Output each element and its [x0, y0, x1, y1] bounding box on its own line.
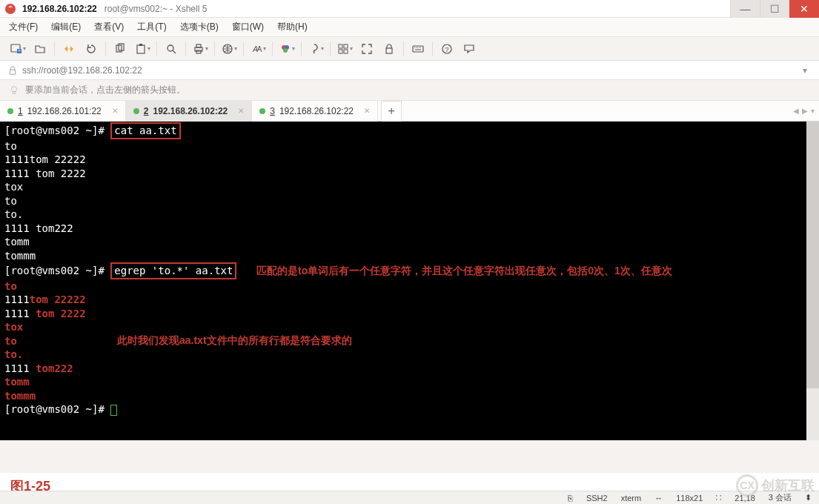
layout-button[interactable]: ▾ — [334, 40, 355, 58]
svg-point-16 — [283, 48, 288, 53]
status-pos-icon: ⸬ — [716, 493, 721, 503]
globe-button[interactable]: ▾ — [219, 40, 239, 58]
svg-point-26 — [12, 86, 17, 91]
terminal-line: to — [4, 279, 815, 294]
status-dot-icon — [259, 108, 265, 114]
menu-window[interactable]: 窗口(W) — [231, 19, 265, 35]
menu-view[interactable]: 查看(V) — [93, 19, 125, 35]
minimize-button[interactable]: — — [730, 0, 760, 18]
watermark-text: 创新互联 — [761, 477, 815, 494]
terminal-line: 1111tom 22222 — [4, 153, 815, 167]
open-button[interactable] — [30, 40, 50, 58]
window-title-host: 192.168.26.102:22 — [22, 4, 97, 14]
tab-scroll[interactable]: ◀▶▾ — [793, 107, 815, 115]
watermark-logo-icon: CX — [736, 474, 758, 497]
close-button[interactable]: ✕ — [789, 0, 819, 18]
new-session-button[interactable]: +▾ — [7, 40, 28, 58]
terminal-line: to — [4, 139, 815, 153]
window-title-sub: root@vms002:~ - Xshell 5 — [105, 4, 208, 14]
terminal-line: 1111 tom222 — [4, 362, 815, 376]
terminal-line: tommm — [4, 389, 815, 403]
info-text: 要添加当前会话，点击左侧的箭头按钮。 — [25, 84, 185, 96]
fullscreen-button[interactable] — [357, 40, 377, 58]
tab-1[interactable]: 1 192.168.26.101:22 ✕ — [0, 101, 126, 122]
lock-icon — [7, 65, 18, 76]
lock-button[interactable] — [379, 40, 399, 58]
terminal-line: 1111 tom222 — [4, 222, 815, 236]
svg-rect-21 — [386, 48, 392, 53]
svg-rect-7 — [139, 44, 142, 46]
separator — [54, 42, 55, 56]
scrollbar-thumb[interactable] — [806, 122, 819, 388]
window-controls: — ☐ ✕ — [730, 0, 819, 18]
separator — [301, 42, 302, 56]
color-button[interactable]: ▾ — [276, 40, 297, 58]
menu-help[interactable]: 帮助(H) — [276, 19, 309, 35]
svg-rect-17 — [339, 44, 342, 48]
forum-button[interactable] — [459, 40, 480, 58]
tab-label: 192.168.26.102:22 — [279, 106, 354, 116]
separator — [105, 42, 106, 56]
disconnect-button[interactable] — [59, 40, 79, 58]
tab-2[interactable]: 2 192.168.26.102:22 ✕ — [126, 101, 252, 122]
separator — [156, 42, 157, 56]
tab-close-icon[interactable]: ✕ — [238, 107, 244, 115]
copy-button[interactable] — [110, 40, 130, 58]
separator — [243, 42, 244, 56]
tab-label: 192.168.26.102:22 — [153, 106, 228, 116]
status-ssh-icon: ⎘ — [568, 494, 573, 503]
separator — [272, 42, 273, 56]
footer-blank — [0, 473, 819, 492]
terminal-line: tommm — [4, 249, 815, 263]
tab-number: 1 — [18, 106, 23, 116]
help-button[interactable]: ? — [437, 40, 457, 58]
terminal-line: to. — [4, 348, 815, 362]
paste-button[interactable]: ▾ — [132, 40, 153, 58]
annotation-2: 此时我们发现aa.txt文件中的所有行都是符合要求的 — [117, 334, 352, 348]
terminal-line: to — [4, 194, 815, 208]
prompt: [root@vms002 ~]# — [4, 403, 110, 415]
separator — [185, 42, 186, 56]
title-bar: 192.168.26.102:22 root@vms002:~ - Xshell… — [0, 0, 819, 18]
status-size-icon: ↔ — [654, 494, 663, 503]
tab-number: 2 — [144, 106, 149, 116]
print-button[interactable]: ▾ — [190, 40, 210, 58]
svg-rect-20 — [344, 50, 348, 53]
status-dot-icon — [133, 108, 139, 114]
separator — [432, 42, 433, 56]
script-button[interactable]: ▾ — [305, 40, 326, 58]
svg-text:A: A — [252, 44, 258, 53]
tab-close-icon[interactable]: ✕ — [364, 107, 370, 115]
terminal-line: to. — [4, 208, 815, 222]
menu-tabs[interactable]: 选项卡(B) — [179, 19, 220, 35]
terminal[interactable]: [root@vms002 ~]# cat aa.txt to1111tom 22… — [0, 122, 819, 440]
status-dot-icon — [7, 108, 13, 114]
terminal-line: tox — [4, 180, 815, 194]
terminal-line: 1111 tom 2222 — [4, 307, 815, 321]
cursor — [110, 405, 117, 416]
menu-bar: 文件(F) 编辑(E) 查看(V) 工具(T) 选项卡(B) 窗口(W) 帮助(… — [0, 18, 819, 37]
terminal-line: tox — [4, 320, 815, 334]
tab-bar: 1 192.168.26.101:22 ✕ 2 192.168.26.102:2… — [0, 101, 819, 122]
svg-rect-10 — [196, 44, 201, 47]
command-1: cat aa.txt — [114, 125, 176, 136]
address-dropdown[interactable]: ▾ — [798, 64, 812, 77]
terminal-scrollbar[interactable] — [806, 122, 819, 440]
menu-edit[interactable]: 编辑(E) — [50, 19, 82, 35]
tab-3[interactable]: 3 192.168.26.102:22 ✕ — [252, 101, 378, 122]
svg-rect-22 — [413, 46, 423, 52]
command-2: egrep 'to.*' aa.txt — [114, 265, 233, 276]
menu-tools[interactable]: 工具(T) — [136, 19, 168, 35]
watermark: CX 创新互联 — [736, 474, 815, 497]
find-button[interactable] — [161, 40, 182, 58]
menu-file[interactable]: 文件(F) — [7, 19, 39, 35]
address-url[interactable]: ssh://root@192.168.26.102:22 — [22, 65, 812, 76]
reconnect-button[interactable] — [81, 40, 102, 58]
tab-add-button[interactable]: + — [381, 101, 402, 122]
font-button[interactable]: A▾ — [248, 40, 268, 58]
toolbar: +▾ ▾ ▾ ▾ A▾ ▾ ▾ ▾ ? — [0, 37, 819, 61]
terminal-line: tomm — [4, 235, 815, 249]
keyboard-button[interactable] — [408, 40, 428, 58]
maximize-button[interactable]: ☐ — [760, 0, 789, 18]
tab-close-icon[interactable]: ✕ — [112, 107, 118, 115]
